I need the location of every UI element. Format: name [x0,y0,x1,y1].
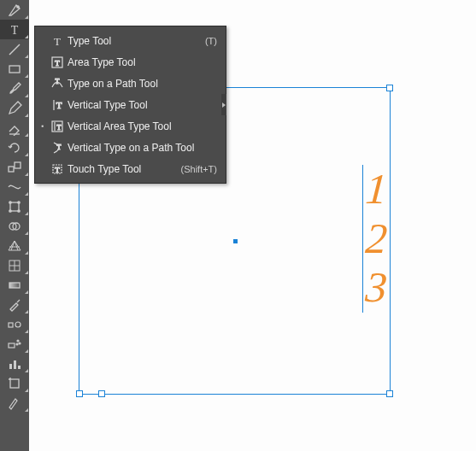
text-number: 1 [361,165,391,214]
flyout-label: Vertical Area Type Tool [68,120,217,132]
vertical-type-icon: T [47,98,68,112]
perspective-grid-tool[interactable] [0,236,29,255]
flyout-label: Type Tool [68,35,205,47]
svg-point-8 [9,201,11,202]
flyout-item-touch-type[interactable]: TTouch Type Tool(Shift+T) [35,158,226,179]
svg-point-21 [17,340,19,342]
handle-bottom-left[interactable] [76,390,83,397]
svg-text:T: T [56,78,60,85]
toolbox: T [0,0,29,451]
svg-text:T: T [56,100,62,110]
vertical-area-type-icon: T [47,120,68,133]
svg-text:T: T [54,35,61,48]
svg-rect-26 [18,366,21,369]
text-number: 3 [361,263,391,313]
text-number: 2 [361,214,391,264]
svg-point-22 [19,343,21,344]
column-graph-tool[interactable] [0,354,29,373]
vertical-text-column[interactable]: 1 2 3 [362,165,390,313]
svg-point-11 [18,209,20,211]
svg-rect-27 [10,379,19,388]
flyout-item-vertical-type[interactable]: TVertical Type Tool [35,94,226,115]
svg-point-0 [17,5,19,7]
svg-point-23 [16,343,18,345]
flyout-label: Vertical Type Tool [68,99,217,111]
flyout-item-type[interactable]: TType Tool(T) [35,30,226,51]
handle-top-right[interactable] [386,85,393,91]
rotate-tool[interactable] [0,138,29,157]
vertical-type-path-icon: T [47,141,68,155]
svg-rect-17 [9,283,20,288]
flyout-label: Area Type Tool [68,56,217,68]
type-tool-flyout: TType Tool(T)TArea Type ToolTType on a P… [34,26,226,184]
svg-rect-5 [9,167,14,172]
handle-text-anchor[interactable] [98,390,105,397]
slice-tool[interactable] [0,393,29,413]
mesh-tool[interactable] [0,255,29,275]
svg-rect-25 [14,360,16,369]
pen-tool[interactable] [0,0,29,20]
svg-point-9 [18,201,20,202]
svg-text:T: T [55,166,60,174]
eyedropper-tool[interactable] [0,295,29,314]
symbol-sprayer-tool[interactable] [0,334,29,354]
svg-rect-24 [9,364,12,369]
flyout-shortcut: (T) [205,36,217,46]
paintbrush-tool[interactable] [0,79,29,98]
flyout-label: Vertical Type on a Path Tool [68,142,217,154]
blend-tool[interactable] [0,314,29,334]
flyout-item-area-type[interactable]: TArea Type Tool [35,51,226,73]
center-point [233,239,238,243]
line-segment-tool[interactable] [0,39,29,59]
svg-text:T: T [57,144,62,151]
svg-line-2 [9,44,20,55]
active-dot: ▪ [38,122,47,130]
type-path-icon: T [47,77,68,91]
pencil-tool[interactable] [0,98,29,118]
flyout-item-vertical-area-type[interactable]: ▪TVertical Area Type Tool [35,115,226,137]
svg-rect-7 [10,202,19,211]
scale-tool[interactable] [0,157,29,177]
flyout-label: Touch Type Tool [68,163,181,175]
svg-rect-18 [9,323,13,327]
flyout-item-type-path[interactable]: TType on a Path Tool [35,73,226,94]
width-tool[interactable] [0,177,29,196]
svg-point-10 [9,209,11,211]
rectangle-tool[interactable] [0,59,29,79]
svg-rect-6 [15,162,21,168]
svg-text:T: T [55,59,60,67]
area-type-icon: T [47,56,68,69]
svg-text:T: T [11,24,19,37]
svg-rect-20 [9,343,15,348]
shape-builder-tool[interactable] [0,216,29,236]
submenu-arrow-icon [221,94,226,115]
svg-text:T: T [57,124,62,132]
free-transform-tool[interactable] [0,196,29,216]
flyout-label: Type on a Path Tool [68,78,217,90]
touch-type-icon: T [47,162,68,176]
type-tool[interactable]: T [0,20,29,39]
gradient-tool[interactable] [0,275,29,295]
type-icon: T [47,34,68,48]
svg-rect-3 [9,66,20,73]
flyout-item-vertical-type-path[interactable]: TVertical Type on a Path Tool [35,137,226,158]
eraser-tool[interactable] [0,118,29,138]
svg-point-19 [15,322,21,327]
handle-bottom-right[interactable] [386,390,393,397]
artboard-tool[interactable] [0,373,29,393]
flyout-shortcut: (Shift+T) [181,164,217,174]
